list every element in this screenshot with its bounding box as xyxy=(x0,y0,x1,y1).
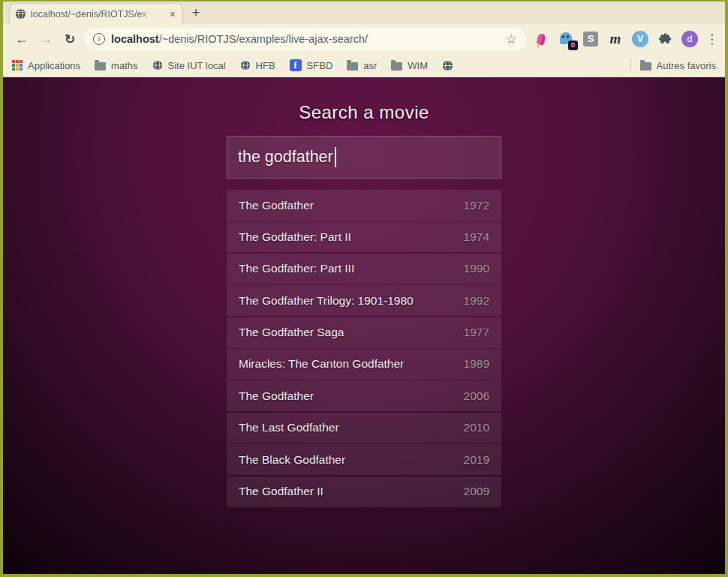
popsicle-extension-icon[interactable] xyxy=(532,30,550,48)
bookmark-folder-wim[interactable]: WIM xyxy=(391,60,428,71)
bookmark-folder-asr[interactable]: asr xyxy=(347,60,377,71)
results-list: The Godfather 1972 The Godfather: Part I… xyxy=(227,190,501,507)
new-tab-button[interactable]: + xyxy=(183,5,209,24)
browser-menu-icon[interactable]: ⋮ xyxy=(705,32,716,47)
url-text: localhost/~denis/RIOTJS/examples/live-aj… xyxy=(111,33,368,45)
result-row[interactable]: Miracles: The Canton Godfather 1989 xyxy=(227,349,501,380)
bookmark-globe-unlabeled[interactable] xyxy=(442,60,459,71)
browser-tab[interactable]: localhost/~denis/RIOTJS/ex × xyxy=(9,3,183,24)
result-row[interactable]: The Godfather II 2009 xyxy=(227,476,501,507)
bookmark-folder-maths[interactable]: maths xyxy=(95,60,137,71)
ghostery-badge: 0 xyxy=(568,41,578,50)
ghostery-extension-icon[interactable]: 0 xyxy=(557,30,575,48)
result-row[interactable]: The Godfather 2006 xyxy=(227,380,501,411)
v-extension-icon[interactable]: V xyxy=(631,30,649,48)
url-host: localhost xyxy=(111,33,159,45)
facebook-icon: f xyxy=(290,59,302,71)
bookmark-sfbd[interactable]: f SFBD xyxy=(290,59,333,71)
result-row[interactable]: The Last Godfather 2010 xyxy=(227,413,501,443)
reload-icon[interactable]: ↻ xyxy=(59,32,81,47)
browser-toolbar: ← → ↻ i localhost/~denis/RIOTJS/examples… xyxy=(3,24,725,54)
result-row[interactable]: The Godfather 1972 xyxy=(227,190,501,221)
globe-icon xyxy=(442,60,453,71)
apps-grid-icon xyxy=(12,60,23,71)
globe-icon xyxy=(240,60,251,71)
bookmark-other-favorites[interactable]: Autres favoris xyxy=(640,60,716,71)
tab-strip: localhost/~denis/RIOTJS/ex × + xyxy=(3,2,725,24)
bookmark-star-icon[interactable]: ☆ xyxy=(506,32,517,47)
result-row[interactable]: The Black Godfather 2019 xyxy=(227,444,501,475)
search-input[interactable]: the godfather xyxy=(227,136,501,179)
s-extension-icon[interactable]: S xyxy=(582,30,600,48)
extensions-puzzle-icon[interactable] xyxy=(656,30,674,48)
bookmarks-separator xyxy=(630,59,631,71)
bookmark-applications[interactable]: Applications xyxy=(12,60,80,71)
bookmark-hfb[interactable]: HFB xyxy=(240,60,275,71)
extension-cluster: 0 S m V d ⋮ xyxy=(532,30,717,48)
back-icon[interactable]: ← xyxy=(11,32,33,47)
result-row[interactable]: The Godfather: Part III 1990 xyxy=(227,254,501,284)
tab-title: localhost/~denis/RIOTJS/ex xyxy=(31,9,164,20)
bookmarks-bar: Applications maths Site IUT local xyxy=(3,54,725,77)
m-extension-icon[interactable]: m xyxy=(606,30,624,48)
url-path: /~denis/RIOTJS/examples/live-ajax-search… xyxy=(159,33,368,45)
folder-icon xyxy=(347,62,358,71)
folder-icon xyxy=(391,62,402,71)
result-row[interactable]: The Godfather Saga 1977 xyxy=(227,317,501,348)
search-app: Search a movie the godfather The Godfath… xyxy=(227,77,501,507)
globe-favicon xyxy=(15,8,26,20)
page-info-icon[interactable]: i xyxy=(93,33,105,45)
address-bar[interactable]: i localhost/~denis/RIOTJS/examples/live-… xyxy=(84,28,526,50)
result-row[interactable]: The Godfather Trilogy: 1901-1980 1992 xyxy=(227,285,501,316)
profile-avatar[interactable]: d xyxy=(681,30,699,48)
folder-icon xyxy=(95,62,106,71)
window-frame: localhost/~denis/RIOTJS/ex × + ← → ↻ i l… xyxy=(0,0,728,577)
page-title: Search a movie xyxy=(227,102,501,123)
browser-window: localhost/~denis/RIOTJS/ex × + ← → ↻ i l… xyxy=(3,2,725,574)
text-caret xyxy=(335,147,336,167)
search-input-value: the godfather xyxy=(238,148,333,167)
globe-icon xyxy=(152,60,163,71)
page-viewport: Search a movie the godfather The Godfath… xyxy=(3,77,725,574)
tab-close-icon[interactable]: × xyxy=(168,9,177,20)
forward-icon: → xyxy=(35,32,57,47)
bookmark-site-iut-local[interactable]: Site IUT local xyxy=(152,60,226,71)
folder-icon xyxy=(640,62,651,71)
result-row[interactable]: The Godfather: Part II 1974 xyxy=(227,221,501,252)
bookmarks-right-group: Autres favoris xyxy=(630,59,716,71)
